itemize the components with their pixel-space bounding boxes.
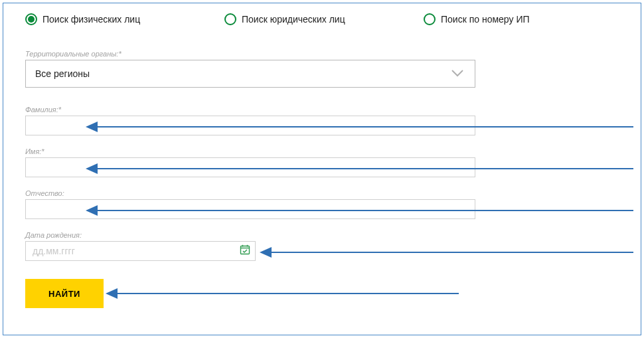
search-type-radios: Поиск физических лиц Поиск юридических л… [25, 13, 623, 25]
dob-input[interactable] [25, 241, 256, 261]
patronymic-label: Отчество: [25, 189, 475, 197]
svg-rect-0 [241, 246, 250, 254]
dob-label: Дата рождения: [25, 231, 475, 239]
search-button-label: НАЙТИ [48, 289, 80, 299]
territory-label: Территориальные органы:* [25, 50, 475, 58]
radio-individuals[interactable]: Поиск физических лиц [25, 13, 224, 25]
radio-ip-number[interactable]: Поиск по номеру ИП [424, 13, 623, 25]
name-label: Имя:* [25, 147, 475, 155]
territory-select[interactable]: Все регионы [25, 60, 475, 88]
radio-icon [424, 13, 436, 25]
radio-label: Поиск физических лиц [42, 14, 140, 25]
chevron-down-icon [451, 68, 464, 79]
radio-label: Поиск юридических лиц [242, 14, 345, 25]
search-button[interactable]: НАЙТИ [25, 279, 104, 308]
territory-selected-value: Все регионы [35, 68, 90, 79]
radio-label: Поиск по номеру ИП [441, 14, 530, 25]
radio-icon [224, 13, 236, 25]
radio-icon [25, 13, 37, 25]
radio-legal-entities[interactable]: Поиск юридических лиц [224, 13, 424, 25]
calendar-icon[interactable] [240, 244, 250, 258]
surname-label: Фамилия:* [25, 106, 475, 114]
